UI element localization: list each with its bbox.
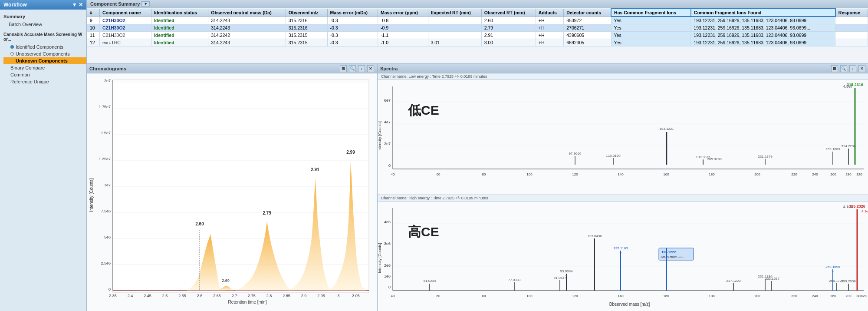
- cell-response: [835, 24, 868, 32]
- sidebar-item-ref-unique[interactable]: Reference Unique: [3, 78, 86, 85]
- sx-80: 80: [482, 172, 486, 176]
- cell-exp-rt: [428, 24, 481, 32]
- cell-err-mda: -0.3: [327, 24, 378, 32]
- by2: 2e6: [384, 263, 391, 268]
- cell-adducts: +H: [536, 17, 563, 24]
- high-ce-label: 高CE: [408, 225, 439, 239]
- spec-top-ylabel: Intensity [Counts]: [378, 121, 382, 152]
- chrom-y3: 7.5e6: [101, 209, 111, 213]
- sidebar-section-summary: Summary: [0, 12, 86, 21]
- sy0: 6e7: [384, 98, 391, 103]
- bx-40: 40: [391, 294, 395, 298]
- sidebar-item-common[interactable]: Common: [3, 71, 86, 78]
- bx-200: 200: [754, 294, 760, 298]
- hlabel-51: 51.0234: [424, 279, 436, 283]
- spec-icon-2[interactable]: 🔍: [840, 65, 847, 72]
- sx-140: 140: [618, 172, 624, 176]
- table-header-row: # Component name Identification status O…: [87, 9, 868, 17]
- xtick-26: 2.6: [197, 294, 203, 298]
- col-adducts[interactable]: Adducts: [536, 9, 563, 17]
- cell-err-ppm: -0.9: [378, 24, 428, 32]
- spec-close[interactable]: ✕: [858, 65, 865, 72]
- bx-280: 280: [845, 294, 852, 298]
- col-component-name[interactable]: Component name: [99, 9, 151, 17]
- component-summary-menu-btn[interactable]: ▼: [141, 1, 150, 7]
- sx-100: 100: [526, 172, 533, 176]
- cell-err-mda: -0.3: [327, 17, 378, 24]
- hlabel-315: 315.2326: [849, 204, 865, 208]
- sx-220: 220: [791, 172, 797, 176]
- col-mass-err-ppm[interactable]: Mass error (ppm): [378, 9, 428, 17]
- main-area: Component Summary ▼ # Component name Ide…: [87, 0, 868, 311]
- cell-exp-rt: [428, 17, 481, 24]
- hlabel-123: 123.0436: [587, 234, 602, 238]
- cell-detector: 853972: [564, 17, 611, 24]
- peak-label-260: 2.60: [195, 222, 204, 226]
- col-common-ions[interactable]: Common Fragment Ions Found: [691, 9, 835, 17]
- by4: 0: [388, 285, 391, 289]
- chrom-y6: 1.5e7: [101, 131, 111, 135]
- unobserved-dot: [10, 52, 14, 56]
- table-row[interactable]: 11 C21H30O2 Identified 314.2242 315.2315…: [87, 32, 868, 39]
- cell-err-mda: -0.3: [327, 32, 378, 39]
- cell-component-name: C21H30O2: [99, 32, 151, 39]
- spec-icon-3[interactable]: ↕: [849, 65, 856, 72]
- cell-num: 10: [87, 24, 100, 32]
- label-low-193: 193.1221: [659, 127, 674, 131]
- col-exp-rt[interactable]: Expected RT (min): [428, 9, 481, 17]
- hlabel-93: 93.0694: [560, 269, 573, 273]
- low-ce-label: 低CE: [408, 103, 439, 117]
- sidebar-item-unobserved[interactable]: Unobserved Components: [3, 50, 86, 57]
- cell-err-ppm: -1.1: [378, 32, 428, 39]
- col-detector[interactable]: Detector counts: [564, 9, 611, 17]
- xtick-24: 2.4: [128, 294, 133, 298]
- col-mass-err-mda[interactable]: Mass error (mDa): [327, 9, 378, 17]
- chrom-icon-1[interactable]: ⊞: [340, 65, 347, 72]
- cell-obs-rt: 3.00: [481, 39, 536, 46]
- component-summary-header: Component Summary ▼: [87, 0, 868, 8]
- bottom-area: Chromatograms ⊞ 🔍 ↕ ✕ Intensity [Counts]…: [87, 64, 868, 311]
- col-has-common[interactable]: Has Common Fragment Ions: [611, 9, 691, 17]
- hlabel-91: 91.0537: [554, 276, 566, 280]
- col-obs-rt[interactable]: Observed RT (min): [481, 9, 536, 17]
- col-num[interactable]: #: [87, 9, 100, 17]
- cell-neutral-mass: 314.2242: [208, 32, 286, 39]
- cell-response: [835, 17, 868, 24]
- cell-response: [835, 32, 868, 39]
- table-row[interactable]: 12 exo-THC Identified 314.2243 315.2315 …: [87, 39, 868, 46]
- chrom-y-label: Intensity [Counts]: [89, 178, 94, 212]
- xtick-235: 2.35: [109, 294, 117, 298]
- bx-120: 120: [572, 294, 578, 298]
- ref-unique-label: Reference Unique: [10, 79, 49, 84]
- spectra-bottom-svg: 高CE 4.1e6 4e6 3e6 2e6 1e6 0 Intensity [C…: [378, 202, 868, 311]
- col-id-status[interactable]: Identification status: [151, 9, 208, 17]
- label-low-110: 110.0190: [606, 154, 621, 158]
- col-neutral-mass[interactable]: Observed neutral mass (Da): [208, 9, 286, 17]
- spec-bot-xlabel: Observed mass [m/z]: [609, 302, 650, 307]
- col-response[interactable]: Response: [835, 9, 868, 17]
- spec-icon-1[interactable]: ⊞: [831, 65, 838, 72]
- component-summary-table-wrapper[interactable]: # Component name Identification status O…: [87, 8, 868, 61]
- sidebar-item-batch-overview[interactable]: Batch Overview: [0, 21, 86, 28]
- cell-has-common: Yes: [611, 32, 691, 39]
- chrom-close[interactable]: ✕: [367, 65, 374, 72]
- spectra-bottom: Channel name: High energy : Time 2.7925 …: [378, 195, 868, 311]
- sidebar-item-unknown[interactable]: Unknown Components: [3, 57, 86, 64]
- sx-200: 200: [754, 172, 760, 176]
- peak-label-269: 2.69: [222, 278, 230, 283]
- peak-label-291: 2.91: [311, 167, 319, 172]
- identified-label: Identified Components: [16, 44, 63, 50]
- cell-neutral-mass: 314.2243: [208, 24, 286, 32]
- chrom-icon-2[interactable]: 🔍: [349, 65, 356, 72]
- bx-140: 140: [618, 294, 624, 298]
- sidebar-item-identified[interactable]: Identified Components: [3, 43, 86, 50]
- sidebar-item-binary[interactable]: Binary Compare: [3, 64, 86, 71]
- table-row[interactable]: 9 C21H30O2 Identified 314.2243 315.2316 …: [87, 17, 868, 24]
- cell-id-status: Identified: [151, 24, 208, 32]
- col-mz[interactable]: Observed m/z: [286, 9, 327, 17]
- bx-80: 80: [482, 294, 486, 298]
- by1: 3e6: [384, 242, 391, 246]
- chrom-icon-3[interactable]: ↕: [358, 65, 365, 72]
- sidebar-title: Workflow ▼ ✕: [0, 0, 86, 10]
- table-row[interactable]: 10 C21H30O2 Identified 314.2243 315.2316…: [87, 24, 868, 32]
